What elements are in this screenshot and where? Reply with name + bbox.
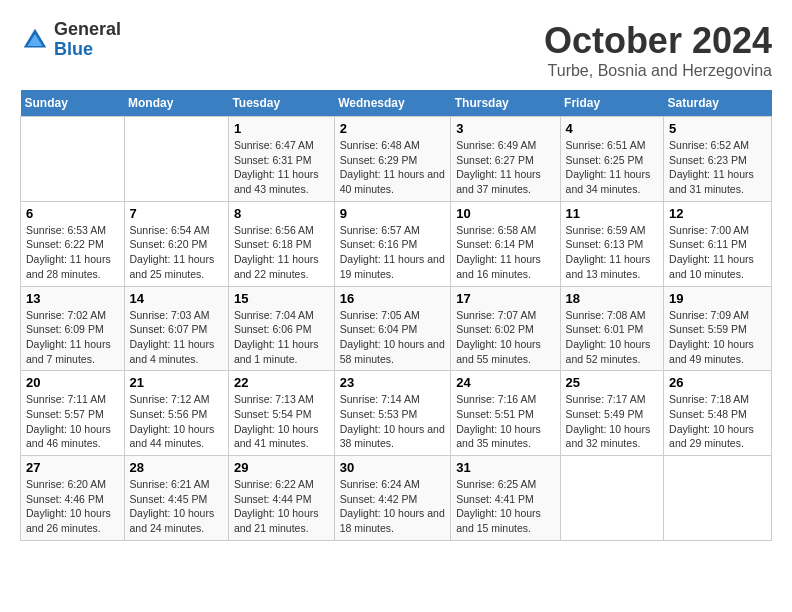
day-info: Sunrise: 6:24 AMSunset: 4:42 PMDaylight:… [340, 477, 446, 536]
calendar-cell: 13Sunrise: 7:02 AMSunset: 6:09 PMDayligh… [21, 286, 125, 371]
calendar-cell: 31Sunrise: 6:25 AMSunset: 4:41 PMDayligh… [451, 456, 560, 541]
day-number: 17 [456, 291, 554, 306]
calendar-cell: 24Sunrise: 7:16 AMSunset: 5:51 PMDayligh… [451, 371, 560, 456]
calendar-cell: 22Sunrise: 7:13 AMSunset: 5:54 PMDayligh… [228, 371, 334, 456]
day-info: Sunrise: 6:22 AMSunset: 4:44 PMDaylight:… [234, 477, 329, 536]
calendar-cell [124, 117, 228, 202]
logo-general: General [54, 20, 121, 40]
calendar-cell: 7Sunrise: 6:54 AMSunset: 6:20 PMDaylight… [124, 201, 228, 286]
day-number: 26 [669, 375, 766, 390]
day-info: Sunrise: 6:56 AMSunset: 6:18 PMDaylight:… [234, 223, 329, 282]
day-number: 5 [669, 121, 766, 136]
weekday-header: Wednesday [334, 90, 451, 117]
calendar-week-row: 13Sunrise: 7:02 AMSunset: 6:09 PMDayligh… [21, 286, 772, 371]
page-header: General Blue October 2024 Turbe, Bosnia … [20, 20, 772, 80]
calendar-cell: 19Sunrise: 7:09 AMSunset: 5:59 PMDayligh… [664, 286, 772, 371]
calendar-cell: 8Sunrise: 6:56 AMSunset: 6:18 PMDaylight… [228, 201, 334, 286]
calendar-table: SundayMondayTuesdayWednesdayThursdayFrid… [20, 90, 772, 541]
day-number: 13 [26, 291, 119, 306]
day-info: Sunrise: 6:59 AMSunset: 6:13 PMDaylight:… [566, 223, 659, 282]
calendar-cell: 23Sunrise: 7:14 AMSunset: 5:53 PMDayligh… [334, 371, 451, 456]
day-info: Sunrise: 7:14 AMSunset: 5:53 PMDaylight:… [340, 392, 446, 451]
day-info: Sunrise: 7:04 AMSunset: 6:06 PMDaylight:… [234, 308, 329, 367]
calendar-cell [664, 456, 772, 541]
day-number: 20 [26, 375, 119, 390]
day-info: Sunrise: 7:11 AMSunset: 5:57 PMDaylight:… [26, 392, 119, 451]
day-info: Sunrise: 6:21 AMSunset: 4:45 PMDaylight:… [130, 477, 223, 536]
day-info: Sunrise: 7:09 AMSunset: 5:59 PMDaylight:… [669, 308, 766, 367]
calendar-cell: 14Sunrise: 7:03 AMSunset: 6:07 PMDayligh… [124, 286, 228, 371]
day-number: 14 [130, 291, 223, 306]
weekday-header: Tuesday [228, 90, 334, 117]
day-number: 7 [130, 206, 223, 221]
calendar-cell: 10Sunrise: 6:58 AMSunset: 6:14 PMDayligh… [451, 201, 560, 286]
calendar-cell: 9Sunrise: 6:57 AMSunset: 6:16 PMDaylight… [334, 201, 451, 286]
day-info: Sunrise: 6:49 AMSunset: 6:27 PMDaylight:… [456, 138, 554, 197]
day-number: 18 [566, 291, 659, 306]
calendar-cell: 11Sunrise: 6:59 AMSunset: 6:13 PMDayligh… [560, 201, 664, 286]
day-number: 29 [234, 460, 329, 475]
day-info: Sunrise: 7:05 AMSunset: 6:04 PMDaylight:… [340, 308, 446, 367]
calendar-cell [21, 117, 125, 202]
calendar-cell: 12Sunrise: 7:00 AMSunset: 6:11 PMDayligh… [664, 201, 772, 286]
day-info: Sunrise: 6:47 AMSunset: 6:31 PMDaylight:… [234, 138, 329, 197]
day-number: 1 [234, 121, 329, 136]
day-info: Sunrise: 7:12 AMSunset: 5:56 PMDaylight:… [130, 392, 223, 451]
weekday-header: Thursday [451, 90, 560, 117]
calendar-cell: 18Sunrise: 7:08 AMSunset: 6:01 PMDayligh… [560, 286, 664, 371]
calendar-body: 1Sunrise: 6:47 AMSunset: 6:31 PMDaylight… [21, 117, 772, 541]
day-number: 25 [566, 375, 659, 390]
day-number: 23 [340, 375, 446, 390]
day-number: 6 [26, 206, 119, 221]
calendar-cell: 5Sunrise: 6:52 AMSunset: 6:23 PMDaylight… [664, 117, 772, 202]
day-info: Sunrise: 6:52 AMSunset: 6:23 PMDaylight:… [669, 138, 766, 197]
day-info: Sunrise: 7:16 AMSunset: 5:51 PMDaylight:… [456, 392, 554, 451]
calendar-cell: 30Sunrise: 6:24 AMSunset: 4:42 PMDayligh… [334, 456, 451, 541]
day-info: Sunrise: 7:13 AMSunset: 5:54 PMDaylight:… [234, 392, 329, 451]
weekday-header: Sunday [21, 90, 125, 117]
calendar-cell [560, 456, 664, 541]
day-number: 16 [340, 291, 446, 306]
day-number: 31 [456, 460, 554, 475]
day-number: 19 [669, 291, 766, 306]
day-info: Sunrise: 6:58 AMSunset: 6:14 PMDaylight:… [456, 223, 554, 282]
day-info: Sunrise: 7:00 AMSunset: 6:11 PMDaylight:… [669, 223, 766, 282]
day-info: Sunrise: 7:17 AMSunset: 5:49 PMDaylight:… [566, 392, 659, 451]
day-number: 12 [669, 206, 766, 221]
weekday-header: Monday [124, 90, 228, 117]
day-number: 15 [234, 291, 329, 306]
day-info: Sunrise: 6:48 AMSunset: 6:29 PMDaylight:… [340, 138, 446, 197]
calendar-week-row: 20Sunrise: 7:11 AMSunset: 5:57 PMDayligh… [21, 371, 772, 456]
day-number: 27 [26, 460, 119, 475]
weekday-header: Friday [560, 90, 664, 117]
day-info: Sunrise: 7:02 AMSunset: 6:09 PMDaylight:… [26, 308, 119, 367]
calendar-week-row: 6Sunrise: 6:53 AMSunset: 6:22 PMDaylight… [21, 201, 772, 286]
day-number: 22 [234, 375, 329, 390]
day-info: Sunrise: 7:18 AMSunset: 5:48 PMDaylight:… [669, 392, 766, 451]
calendar-week-row: 27Sunrise: 6:20 AMSunset: 4:46 PMDayligh… [21, 456, 772, 541]
logo-text: General Blue [54, 20, 121, 60]
calendar-cell: 2Sunrise: 6:48 AMSunset: 6:29 PMDaylight… [334, 117, 451, 202]
day-info: Sunrise: 6:20 AMSunset: 4:46 PMDaylight:… [26, 477, 119, 536]
calendar-cell: 26Sunrise: 7:18 AMSunset: 5:48 PMDayligh… [664, 371, 772, 456]
header-row: SundayMondayTuesdayWednesdayThursdayFrid… [21, 90, 772, 117]
day-number: 24 [456, 375, 554, 390]
calendar-cell: 20Sunrise: 7:11 AMSunset: 5:57 PMDayligh… [21, 371, 125, 456]
logo: General Blue [20, 20, 121, 60]
day-number: 9 [340, 206, 446, 221]
calendar-cell: 17Sunrise: 7:07 AMSunset: 6:02 PMDayligh… [451, 286, 560, 371]
day-info: Sunrise: 7:08 AMSunset: 6:01 PMDaylight:… [566, 308, 659, 367]
calendar-cell: 28Sunrise: 6:21 AMSunset: 4:45 PMDayligh… [124, 456, 228, 541]
day-number: 28 [130, 460, 223, 475]
location-subtitle: Turbe, Bosnia and Herzegovina [544, 62, 772, 80]
weekday-header: Saturday [664, 90, 772, 117]
calendar-week-row: 1Sunrise: 6:47 AMSunset: 6:31 PMDaylight… [21, 117, 772, 202]
calendar-cell: 6Sunrise: 6:53 AMSunset: 6:22 PMDaylight… [21, 201, 125, 286]
day-info: Sunrise: 6:53 AMSunset: 6:22 PMDaylight:… [26, 223, 119, 282]
day-info: Sunrise: 6:25 AMSunset: 4:41 PMDaylight:… [456, 477, 554, 536]
logo-blue: Blue [54, 40, 121, 60]
calendar-header: SundayMondayTuesdayWednesdayThursdayFrid… [21, 90, 772, 117]
calendar-cell: 29Sunrise: 6:22 AMSunset: 4:44 PMDayligh… [228, 456, 334, 541]
day-number: 10 [456, 206, 554, 221]
calendar-cell: 16Sunrise: 7:05 AMSunset: 6:04 PMDayligh… [334, 286, 451, 371]
